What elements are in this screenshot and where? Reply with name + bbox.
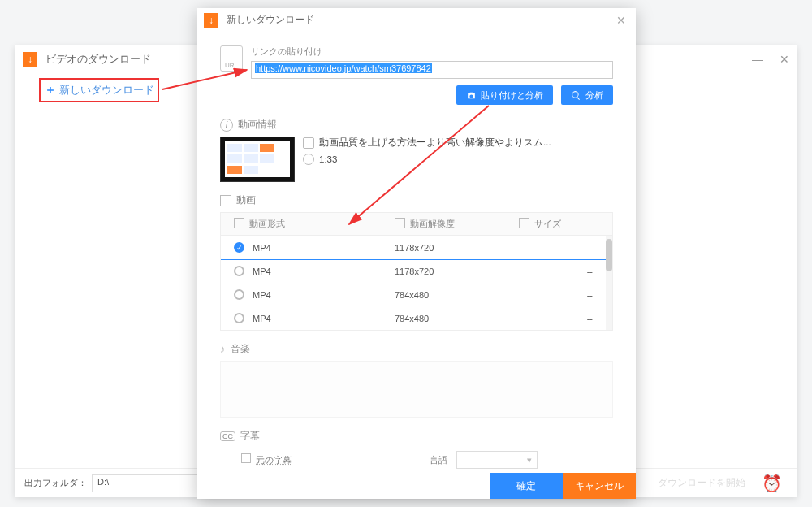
new-download-dialog: ↓ 新しいダウンロード ✕ URL リンクの貼り付け https://www.n… — [197, 8, 636, 499]
format-table-body: ✓MP4 1178x720 -- MP4 1178x720 -- MP4 784… — [220, 236, 613, 331]
output-folder-label: 出力フォルダ： — [24, 477, 87, 489]
video-section-header: 動画 — [220, 193, 613, 207]
start-download-button[interactable]: ダウンロードを開始 — [658, 476, 745, 490]
dialog-logo-icon: ↓ — [204, 13, 218, 28]
music-icon: ♪ — [220, 343, 226, 355]
radio-icon — [234, 313, 244, 323]
music-empty-area — [220, 361, 613, 418]
minimize-button[interactable]: — — [752, 53, 763, 66]
analyze-button[interactable]: 分析 — [561, 85, 613, 105]
url-page-icon: URL — [220, 46, 243, 72]
new-download-label: 新しいダウンロード — [59, 83, 154, 98]
table-row[interactable]: MP4 784x480 -- — [221, 306, 612, 330]
search-icon — [571, 90, 581, 101]
language-select[interactable]: ▾ — [456, 451, 538, 469]
resolution-icon — [395, 218, 405, 228]
confirm-button[interactable]: 確定 — [490, 473, 563, 499]
new-download-button[interactable]: ＋ 新しいダウンロード — [39, 78, 159, 102]
video-thumbnail — [220, 136, 295, 182]
info-icon: i — [220, 119, 233, 132]
subtitle-icon: CC — [220, 431, 235, 441]
format-icon — [234, 218, 244, 228]
format-table-header: 動画形式 動画解像度 サイズ — [220, 212, 613, 236]
main-window-title: ビデオのダウンロード — [45, 52, 151, 67]
paste-and-analyze-button[interactable]: 貼り付けと分析 — [456, 85, 553, 105]
music-section-header: ♪ 音楽 — [220, 342, 613, 356]
table-scrollbar[interactable] — [606, 236, 612, 330]
size-icon — [519, 218, 529, 228]
close-button[interactable]: ✕ — [780, 53, 789, 66]
table-row[interactable]: MP4 1178x720 -- — [221, 259, 612, 283]
subtitle-section-header: CC 字幕 — [220, 429, 613, 443]
original-subtitle-checkbox[interactable]: 元の字幕 — [241, 453, 292, 466]
video-title: 動画品質を上げる方法ーより高い解像度やよりスム... — [319, 136, 551, 149]
table-row[interactable]: MP4 784x480 -- — [221, 283, 612, 306]
video-info-section-header: i 動画情報 — [220, 118, 613, 132]
dialog-title: 新しいダウンロード — [227, 13, 314, 27]
paste-link-label: リンクの貼り付け — [251, 46, 613, 58]
url-input[interactable]: https://www.nicovideo.jp/watch/sm3769784… — [251, 61, 613, 79]
title-icon — [303, 137, 314, 149]
cancel-button[interactable]: キャンセル — [563, 473, 636, 499]
app-logo-icon: ↓ — [23, 52, 37, 67]
radio-selected-icon: ✓ — [234, 242, 244, 253]
url-value: https://www.nicovideo.jp/watch/sm3769784… — [255, 63, 432, 73]
radio-icon — [234, 266, 244, 276]
video-icon — [220, 195, 231, 206]
duration-icon — [303, 154, 314, 165]
dialog-close-button[interactable]: ✕ — [613, 14, 629, 27]
schedule-icon[interactable]: ⏰ — [755, 467, 788, 500]
dialog-titlebar: ↓ 新しいダウンロード ✕ — [197, 8, 636, 32]
video-duration: 1:33 — [319, 154, 337, 164]
language-label: 言語 — [430, 455, 447, 465]
table-row[interactable]: ✓MP4 1178x720 -- — [220, 236, 613, 260]
radio-icon — [234, 289, 244, 300]
camera-icon — [466, 90, 477, 101]
plus-icon: ＋ — [45, 83, 56, 98]
